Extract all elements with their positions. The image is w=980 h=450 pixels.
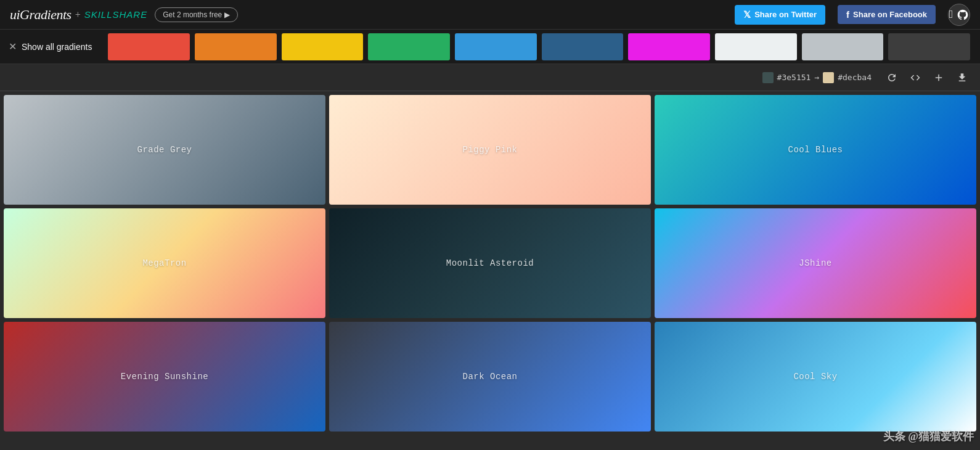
color-filter-yellow[interactable]: [282, 33, 364, 60]
toolbar: #3e5151 → #decba4: [0, 64, 980, 91]
color-filter-light-blue[interactable]: [455, 33, 537, 60]
color-filter-orange[interactable]: [195, 33, 277, 60]
hex-swatch-1: [762, 72, 774, 83]
color-filter-grey[interactable]: [802, 33, 884, 60]
gradient-grid: Grade GreyPiggy PinkCool BluesMegaTronMo…: [0, 91, 980, 435]
gradient-label: Evening Sunshine: [121, 372, 208, 382]
color-filter-red[interactable]: [108, 33, 190, 60]
free-months-button[interactable]: Get 2 months free ▶: [155, 7, 237, 22]
refresh-icon: [886, 72, 897, 83]
plus-sign: +: [75, 9, 81, 20]
gradient-card[interactable]: Piggy Pink: [329, 95, 651, 205]
twitter-icon: 𝕏: [743, 9, 751, 20]
logo-text: uiGradients: [10, 7, 71, 23]
gradient-card[interactable]: Evening Sunshine: [4, 322, 325, 432]
github-button[interactable]: : [948, 4, 970, 26]
github-svg-icon: [957, 9, 969, 21]
color-filter-dark-grey[interactable]: [888, 33, 970, 60]
add-button[interactable]: [931, 70, 947, 86]
logo-area: uiGradients + SKILLSHARE: [10, 7, 147, 23]
gradient-label: Grade Grey: [137, 145, 192, 155]
hex-display: #3e5151 → #decba4: [762, 72, 872, 83]
gradient-label: MegaTron: [142, 258, 186, 268]
close-icon: ✕: [9, 41, 17, 52]
twitter-share-button[interactable]: 𝕏 Share on Twitter: [735, 5, 825, 25]
gradient-card[interactable]: Cool Sky: [655, 322, 976, 432]
color-swatches-row: [102, 33, 976, 60]
hex-swatch-2: [823, 72, 834, 83]
color-filter-dark-blue[interactable]: [542, 33, 624, 60]
gradient-card[interactable]: JShine: [655, 208, 976, 318]
show-all-button[interactable]: ✕ Show all gradients: [4, 41, 102, 52]
gradient-card[interactable]: Dark Ocean: [329, 322, 651, 432]
color-filter-green[interactable]: [368, 33, 450, 60]
gradient-label: Moonlit Asteroid: [446, 258, 534, 268]
gradient-label: Cool Blues: [788, 145, 843, 155]
gradient-card[interactable]: Cool Blues: [655, 95, 976, 205]
gradient-label: Cool Sky: [793, 372, 837, 382]
download-icon: [957, 72, 968, 83]
code-icon: [910, 72, 921, 83]
github-icon: : [949, 8, 953, 21]
gradient-label: JShine: [799, 258, 831, 268]
code-button[interactable]: [907, 70, 923, 86]
facebook-share-button[interactable]: f Share on Facebook: [838, 5, 936, 24]
facebook-icon: f: [846, 9, 849, 20]
gradient-card[interactable]: Moonlit Asteroid: [329, 208, 651, 318]
add-icon: [933, 72, 944, 83]
gradient-label: Piggy Pink: [462, 145, 517, 155]
color-filter-bar: ✕ Show all gradients: [0, 30, 980, 64]
color-filter-pink[interactable]: [628, 33, 710, 60]
gradient-label: Dark Ocean: [462, 372, 517, 382]
download-button[interactable]: [954, 70, 970, 86]
skillshare-text: SKILLSHARE: [84, 9, 148, 20]
refresh-button[interactable]: [884, 70, 900, 86]
gradient-card[interactable]: MegaTron: [4, 208, 325, 318]
header: uiGradients + SKILLSHARE Get 2 months fr…: [0, 0, 980, 30]
toolbar-actions: [884, 70, 970, 86]
color-filter-light-grey[interactable]: [715, 33, 797, 60]
gradient-card[interactable]: Grade Grey: [4, 95, 325, 205]
